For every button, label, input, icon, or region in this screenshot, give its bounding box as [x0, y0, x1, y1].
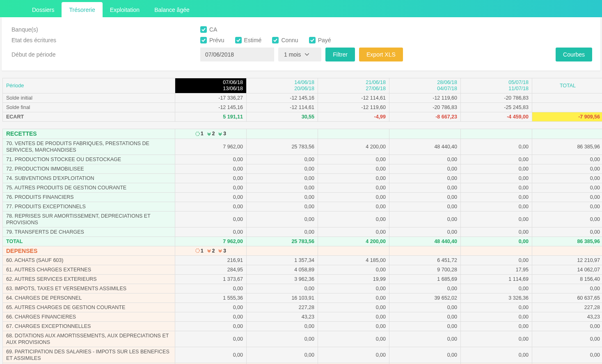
- table-row: 65. AUTRES CHARGES DE GESTION COURANTE0,…: [3, 303, 602, 312]
- table-row: 67. CHARGES EXCEPTIONNELLES0,000,000,000…: [3, 322, 602, 331]
- table-row: 79. TRANSFERTS DE CHARGES0,000,000,000,0…: [3, 227, 602, 237]
- period-start-input[interactable]: [200, 48, 274, 61]
- table-row: 68. DOTATIONS AUX AMORTISSEMENTS, AUX DE…: [3, 331, 602, 347]
- table-row: 60. ACHATS (SAUF 603)216,911 357,344 185…: [3, 256, 602, 265]
- chevron-down-icon: [305, 53, 309, 56]
- table-row: 63. IMPOTS, TAXES ET VERSEMENTS ASSIMILE…: [3, 284, 602, 293]
- table-row: 77. PRODUITS EXCEPTIONNELS0,000,000,000,…: [3, 202, 602, 211]
- checkbox-label: Prévu: [209, 37, 224, 43]
- table-row: 76. PRODUITS FINANCIERS0,000,000,000,000…: [3, 192, 602, 202]
- table-row: 66. CHARGES FINANCIERES0,0043,230,000,00…: [3, 312, 602, 322]
- checkbox-connu[interactable]: [272, 37, 279, 43]
- checkbox-prévu[interactable]: [200, 37, 207, 43]
- period-column-header: 28/06/1804/07/18: [389, 78, 461, 93]
- filter-button[interactable]: Filtrer: [325, 48, 355, 61]
- svg-point-0: [196, 132, 199, 135]
- tab-exploitation[interactable]: Exploitation: [103, 2, 147, 17]
- treasury-table-wrap: Période07/06/1813/06/1814/06/1820/06/182…: [2, 78, 600, 364]
- curves-button[interactable]: Courbes: [556, 48, 592, 61]
- checkbox-label: Estimé: [244, 37, 262, 43]
- checkbox-ca[interactable]: [200, 26, 207, 33]
- tab-dossiers[interactable]: Dossiers: [25, 2, 62, 17]
- table-row: 70. VENTES DE PRODUITS FABRIQUES, PRESTA…: [3, 139, 602, 155]
- table-row: 74. SUBVENTIONS D'EXPLOITATION0,000,000,…: [3, 173, 602, 183]
- tab-balance-âgée[interactable]: Balance âgée: [147, 2, 197, 17]
- checkbox-estimé[interactable]: [235, 37, 242, 43]
- checkbox-payé[interactable]: [309, 37, 316, 43]
- period-column-header: 14/06/1820/06/18: [247, 78, 318, 93]
- level-controls[interactable]: 123: [175, 246, 247, 256]
- level-controls[interactable]: 123: [175, 129, 247, 139]
- checkbox-label: Payé: [318, 37, 331, 43]
- table-row: 69. PARTICIPATION DES SALARIES - IMPOTS …: [3, 347, 602, 363]
- period-column-header: 07/06/1813/06/18: [175, 78, 247, 93]
- checkbox-label: CA: [209, 26, 217, 33]
- table-row: 75. AUTRES PRODUITS DE GESTION COURANTE0…: [3, 183, 602, 192]
- period-column-header: 21/06/1827/06/18: [318, 78, 389, 93]
- filter-panel: Banque(s) CA Etat des écritures PrévuEst…: [2, 17, 600, 71]
- table-row: 62. AUTRES SERVICES EXTERIEURS1 373,673 …: [3, 275, 602, 284]
- table-row: 72. PRODUCTION IMMOBILISEE0,000,000,000,…: [3, 164, 602, 173]
- period-column-header: 05/07/1811/07/18: [461, 78, 532, 93]
- top-nav: DossiersTrésorerieExploitationBalance âg…: [0, 0, 602, 17]
- banks-label: Banque(s): [11, 26, 200, 33]
- table-row: 71. PRODUCTION STOCKEE OU DESTOCKAGE0,00…: [3, 155, 602, 164]
- recettes-header: RECETTES: [3, 129, 175, 139]
- treasury-table: Période07/06/1813/06/1814/06/1820/06/182…: [2, 78, 602, 364]
- tab-trésorerie[interactable]: Trésorerie: [62, 2, 102, 17]
- table-row: 64. CHARGES DE PERSONNEL1 555,3616 103,9…: [3, 293, 602, 303]
- period-months-select[interactable]: 1 mois: [278, 48, 321, 61]
- table-row: 78. REPRISES SUR AMORTISSEMENT, DEPRECIA…: [3, 211, 602, 227]
- checkbox-label: Connu: [281, 37, 298, 43]
- svg-point-1: [196, 249, 199, 253]
- table-row: 61. AUTRES CHARGES EXTERNES284,954 058,8…: [3, 265, 602, 275]
- depenses-header: DEPENSES: [3, 246, 175, 256]
- states-label: Etat des écritures: [11, 37, 200, 43]
- export-xls-button[interactable]: Export XLS: [359, 48, 403, 61]
- period-label: Début de période: [11, 51, 200, 58]
